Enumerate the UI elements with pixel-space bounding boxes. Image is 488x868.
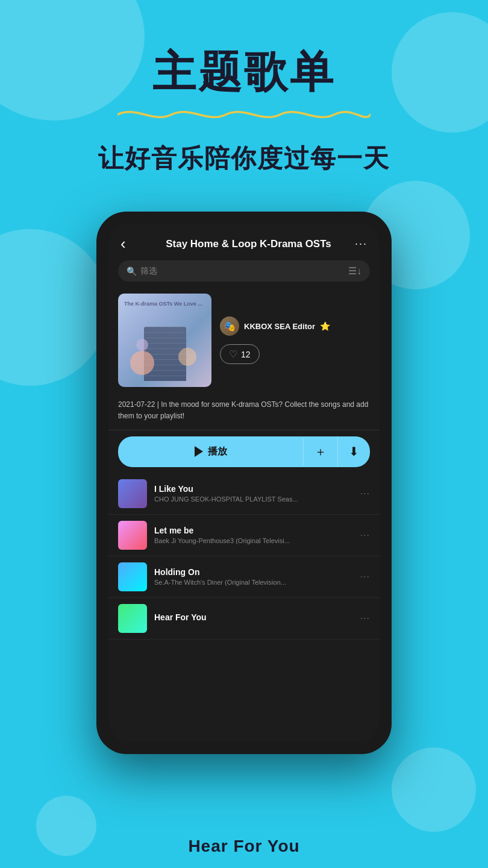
song-item[interactable]: I Like You CHO JUNG SEOK-HOSPITAL PLAYLI… — [108, 473, 380, 515]
search-bar[interactable]: 🔍 筛选 ☰↓ — [118, 260, 370, 281]
download-button[interactable]: ⬇ — [338, 437, 370, 466]
bg-blob-5 — [392, 747, 476, 832]
editor-avatar: 🎭 — [220, 316, 239, 336]
song-more-4[interactable]: ··· — [360, 613, 370, 624]
search-icon: 🔍 — [127, 266, 137, 276]
play-label: 播放 — [208, 445, 227, 458]
song-name-4: Hear For You — [154, 612, 353, 622]
song-thumbnail-1 — [118, 479, 147, 508]
song-item[interactable]: Holding On Se.A-The Witch's Diner (Origi… — [108, 556, 380, 598]
top-bar: ‹ Stay Home & Loop K-Drama OSTs ··· — [108, 224, 380, 260]
album-art-circle-1 — [130, 351, 154, 375]
like-button[interactable]: ♡ 12 — [220, 344, 260, 364]
song-info-3: Holding On Se.A-The Witch's Diner (Origi… — [154, 567, 353, 586]
play-button[interactable]: 播放 — [118, 438, 304, 465]
play-icon — [195, 446, 203, 457]
playlist-description: 2021-07-22 | In the mood for some K-dram… — [108, 393, 380, 430]
editor-avatar-icon: 🎭 — [224, 321, 236, 332]
header-section: 主题歌单 让好音乐陪你度过每一天 — [0, 0, 488, 175]
song-info-2: Let me be Baek Ji Young-Penthouse3 (Orig… — [154, 526, 353, 544]
album-art-text: The K-drama OSTs We Love ... — [124, 301, 202, 307]
album-art-circle-2 — [178, 348, 196, 366]
song-info-4: Hear For You — [154, 612, 353, 624]
song-name-3: Holding On — [154, 567, 353, 577]
search-placeholder: 筛选 — [140, 266, 348, 277]
song-list: I Like You CHO JUNG SEOK-HOSPITAL PLAYLI… — [108, 473, 380, 743]
bottom-label-text: Hear For You — [188, 837, 299, 855]
playlist-title: Stay Home & Loop K-Drama OSTs — [142, 238, 355, 250]
star-icon: ⭐ — [320, 321, 330, 331]
phone-frame: ‹ Stay Home & Loop K-Drama OSTs ··· 🔍 筛选… — [96, 212, 392, 754]
song-info-1: I Like You CHO JUNG SEOK-HOSPITAL PLAYLI… — [154, 484, 353, 503]
main-title: 主题歌单 — [0, 48, 488, 96]
bottom-label: Hear For You — [0, 837, 488, 856]
play-bar: 播放 ＋ ⬇ — [118, 436, 370, 467]
sort-icon: ☰↓ — [348, 265, 361, 277]
song-item[interactable]: Let me be Baek Ji Young-Penthouse3 (Orig… — [108, 515, 380, 556]
song-name-1: I Like You — [154, 484, 353, 494]
editor-row: 🎭 KKBOX SEA Editor ⭐ — [220, 316, 370, 336]
song-artist-3: Se.A-The Witch's Diner (Original Televis… — [154, 579, 353, 586]
song-artist-2: Baek Ji Young-Penthouse3 (Original Telev… — [154, 537, 353, 544]
song-thumbnail-4 — [118, 604, 147, 633]
song-more-3[interactable]: ··· — [360, 571, 370, 582]
song-thumbnail-3 — [118, 562, 147, 591]
heart-icon: ♡ — [229, 348, 237, 360]
playlist-meta: 🎭 KKBOX SEA Editor ⭐ ♡ 12 — [220, 294, 370, 387]
song-more-1[interactable]: ··· — [360, 488, 370, 499]
phone-container: ‹ Stay Home & Loop K-Drama OSTs ··· 🔍 筛选… — [0, 212, 488, 754]
song-item[interactable]: Hear For You ··· — [108, 598, 380, 640]
album-art: The K-drama OSTs We Love ... — [118, 294, 211, 387]
editor-name: KKBOX SEA Editor — [244, 322, 315, 331]
phone-screen: ‹ Stay Home & Loop K-Drama OSTs ··· 🔍 筛选… — [108, 224, 380, 742]
more-options-button[interactable]: ··· — [355, 237, 368, 250]
add-button[interactable]: ＋ — [304, 436, 338, 467]
subtitle: 让好音乐陪你度过每一天 — [0, 142, 488, 175]
playlist-info: The K-drama OSTs We Love ... 🎭 KKBOX SEA… — [108, 288, 380, 393]
song-thumbnail-2 — [118, 521, 147, 550]
like-count: 12 — [241, 350, 251, 359]
wave-decoration — [117, 105, 371, 124]
back-button[interactable]: ‹ — [120, 234, 142, 253]
song-name-2: Let me be — [154, 526, 353, 535]
song-more-2[interactable]: ··· — [360, 530, 370, 541]
song-artist-1: CHO JUNG SEOK-HOSPITAL PLAYLIST Seas... — [154, 495, 353, 503]
